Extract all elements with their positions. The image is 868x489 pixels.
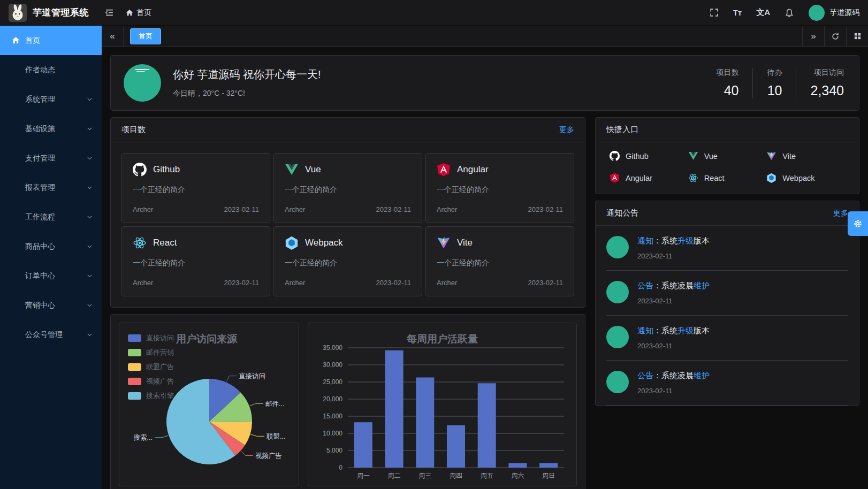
sidebar-item-label: 商品中心 (25, 242, 55, 251)
project-date: 2023-02-11 (528, 205, 563, 213)
bell-icon[interactable] (785, 8, 794, 18)
language-icon[interactable]: 文A (756, 7, 770, 18)
chevron-down-icon (86, 213, 93, 220)
pie-chart-title: 用户访问来源 (176, 332, 237, 346)
sidebar-item-label: 营销中心 (25, 301, 55, 310)
breadcrumb[interactable]: 首页 (126, 8, 151, 18)
bar-周三 (416, 378, 434, 468)
shortcut-label: React (704, 174, 725, 182)
fullscreen-icon[interactable] (710, 8, 719, 17)
pie-legend-item[interactable]: 联盟广告 (128, 362, 174, 372)
tabs-scroll-right-button[interactable]: » (802, 26, 824, 47)
project-author: Archer (285, 205, 305, 213)
profile-avatar (124, 64, 161, 102)
notices-more-link[interactable]: 更多 (833, 209, 848, 218)
shortcut-react[interactable]: React (688, 173, 767, 183)
notice-title[interactable]: 通知：系统升级版本 (637, 236, 710, 246)
sidebar-item-infra[interactable]: 基础设施 (0, 114, 102, 143)
project-desc: 一个正经的简介 (285, 258, 411, 268)
projects-more-link[interactable]: 更多 (559, 125, 574, 135)
notice-title[interactable]: 通知：系统升级版本 (637, 326, 710, 336)
stat-projects: 项目数 40 (702, 68, 752, 98)
project-card-github[interactable]: Github 一个正经的简介 Archer 2023-02-11 (121, 153, 270, 223)
shortcut-angular[interactable]: Angular (610, 173, 688, 183)
stat-value: 10 (767, 83, 782, 98)
shortcut-vite[interactable]: Vite (766, 151, 845, 161)
stat-visits: 项目访问 2,340 (796, 68, 846, 98)
pie-legend-item[interactable]: 直接访问 (128, 333, 174, 343)
breadcrumb-home: 首页 (136, 8, 151, 18)
sidebar-item-author-news[interactable]: 作者动态 (0, 55, 102, 85)
sidebar-item-system[interactable]: 系统管理 (0, 85, 102, 114)
pie-legend-item[interactable]: 视频广告 (128, 377, 174, 386)
notice-highlight: 升级 (677, 326, 694, 335)
tab-home[interactable]: 首页 (130, 28, 161, 44)
sidebar-item-label: 系统管理 (25, 95, 55, 104)
notice-highlight: 维护 (694, 281, 710, 290)
sidebar-item-order[interactable]: 订单中心 (0, 261, 102, 291)
shortcut-label: Github (626, 152, 649, 161)
notice-date: 2023-02-11 (637, 387, 710, 395)
shortcut-label: Vite (782, 152, 796, 161)
webpack-icon (285, 236, 299, 250)
project-card-angular[interactable]: Angular 一个正经的简介 Archer 2023-02-11 (425, 153, 574, 223)
notice-text: ：系统 (653, 326, 677, 335)
project-card-webpack[interactable]: Webpack 一个正经的简介 Archer 2023-02-11 (273, 226, 422, 296)
weather-text: 今日晴，20°C - 32°C! (173, 89, 321, 98)
user-menu[interactable]: 芋道源码 (809, 5, 859, 21)
pie-label-line (250, 403, 263, 406)
x-axis-tick-label: 周日 (542, 472, 555, 479)
notice-tag: 公告 (637, 281, 653, 290)
pie-slice-label: 联盟... (266, 433, 285, 440)
notice-tag: 公告 (637, 371, 653, 380)
project-card-vite[interactable]: Vite 一个正经的简介 Archer 2023-02-11 (425, 226, 574, 296)
sidebar-item-home[interactable]: 首页 (0, 26, 102, 55)
pie-slice-label: 视频广告 (255, 452, 282, 460)
bar-周二 (385, 350, 403, 468)
notice-title[interactable]: 公告：系统凌晨维护 (637, 371, 710, 381)
shortcut-label: Webpack (782, 174, 814, 182)
project-card-vue[interactable]: Vue 一个正经的简介 Archer 2023-02-11 (273, 153, 422, 223)
shortcut-vue[interactable]: Vue (688, 151, 767, 161)
sidebar-item-label: 支付管理 (25, 154, 55, 163)
sidebar-item-marketing[interactable]: 营销中心 (0, 291, 102, 320)
stat-value: 40 (716, 83, 738, 98)
home-icon (126, 9, 133, 17)
welcome-card: 你好 芋道源码 祝你开心每一天! 今日晴，20°C - 32°C! 项目数 40… (110, 55, 859, 111)
tabs-scroll-left-button[interactable]: « (102, 26, 124, 47)
shortcut-github[interactable]: Github (610, 151, 688, 161)
notice-text: ：系统凌晨 (653, 371, 694, 380)
theme-settings-button[interactable] (848, 211, 868, 236)
sidebar-item-report[interactable]: 报表管理 (0, 173, 102, 202)
project-card-react[interactable]: React 一个正经的简介 Archer 2023-02-11 (121, 226, 270, 296)
shortcut-webpack[interactable]: Webpack (766, 173, 845, 183)
notice-text: ：系统 (653, 236, 677, 245)
sidebar-item-payment[interactable]: 支付管理 (0, 143, 102, 173)
pie-legend-item[interactable]: 搜索引擎 (128, 391, 174, 401)
vite-icon (437, 236, 451, 250)
project-name: Vue (305, 164, 321, 175)
notices-panel-title: 通知公告 (606, 208, 638, 218)
app-logo (9, 4, 27, 22)
sidebar-item-workflow[interactable]: 工作流程 (0, 202, 102, 232)
project-author: Archer (437, 279, 457, 287)
menu-fold-icon[interactable] (105, 8, 114, 17)
notice-item: 通知：系统升级版本 2023-02-11 (606, 316, 848, 361)
chevron-down-icon (86, 184, 93, 191)
pie-legend-item[interactable]: 邮件营销 (128, 348, 174, 357)
notice-item: 公告：系统凌晨维护 2023-02-11 (606, 271, 848, 316)
refresh-button[interactable] (824, 26, 846, 47)
notice-title[interactable]: 公告：系统凌晨维护 (637, 281, 710, 291)
project-author: Archer (285, 279, 305, 287)
legend-swatch-icon (128, 334, 141, 342)
notice-avatar (606, 236, 629, 258)
bar-周五 (478, 383, 496, 468)
sidebar-item-wechat[interactable]: 公众号管理 (0, 320, 102, 349)
sidebar-item-product[interactable]: 商品中心 (0, 232, 102, 261)
app-title: 芋道管理系统 (33, 6, 89, 19)
tabs-menu-button[interactable] (846, 26, 868, 47)
font-size-icon[interactable]: Tᴛ (733, 8, 742, 17)
user-avatar (809, 5, 825, 21)
project-date: 2023-02-11 (376, 205, 411, 213)
pie-label-line (241, 451, 253, 455)
